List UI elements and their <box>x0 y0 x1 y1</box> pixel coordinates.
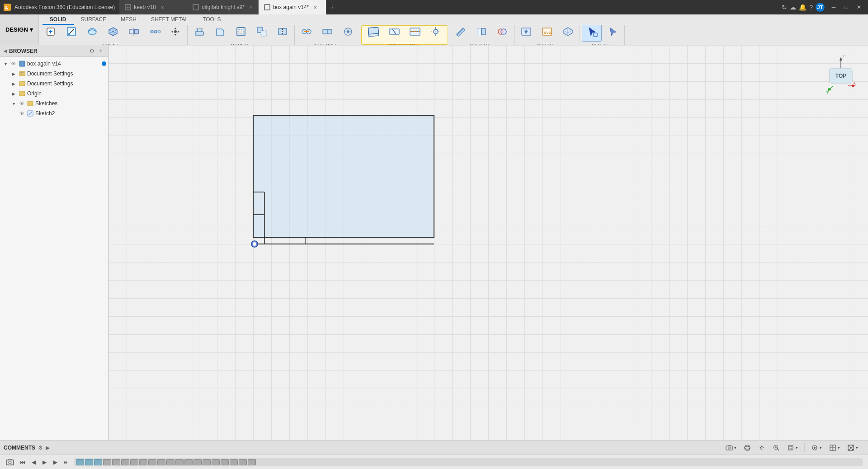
timeline-marker-3[interactable] <box>94 459 102 465</box>
timeline-marker-6[interactable] <box>121 459 129 465</box>
browser-expand-icon[interactable]: + <box>97 47 104 55</box>
tree-expand-doc-settings[interactable]: ▶ <box>10 70 17 77</box>
display-settings-button[interactable]: ▾ <box>808 442 825 453</box>
tab-difgifab[interactable]: difgifab knight v9* ✕ <box>187 0 259 14</box>
toolbar-tab-sheet-metal[interactable]: SHEET METAL <box>144 14 195 25</box>
timeline-marker-10[interactable] <box>157 459 165 465</box>
axis-through-button[interactable] <box>426 25 446 42</box>
tree-expand-origin[interactable]: ▶ <box>10 90 17 97</box>
timeline-next-button[interactable]: ▶ <box>51 458 60 467</box>
timeline-first-button[interactable]: ⏮ <box>18 458 27 467</box>
timeline-marker-16[interactable] <box>212 459 220 465</box>
orbit-button[interactable] <box>741 442 754 453</box>
timeline-track[interactable] <box>74 458 863 466</box>
pattern-button[interactable] <box>145 25 165 42</box>
move-button[interactable] <box>165 25 185 42</box>
user-avatar[interactable]: JT <box>816 3 825 12</box>
interference-button[interactable] <box>492 25 512 42</box>
display-dropdown[interactable]: ▾ <box>820 446 822 450</box>
toolbar-tab-tools[interactable]: TOOLS <box>195 14 228 25</box>
zoom-button[interactable] <box>770 442 783 453</box>
refresh-icon[interactable]: ↻ <box>782 4 787 11</box>
toolbar-tab-surface[interactable]: SURFACE <box>74 14 114 25</box>
tree-item-origin[interactable]: ▶ Origin <box>0 89 108 98</box>
design-workspace-button[interactable]: DESIGN ▾ <box>0 14 39 45</box>
grid-settings-button[interactable]: ▾ <box>826 442 843 453</box>
form-button[interactable] <box>82 25 102 42</box>
press-pull-button[interactable] <box>189 25 209 42</box>
timeline-last-button[interactable]: ⏭ <box>61 458 71 467</box>
offset-plane-button[interactable] <box>363 25 383 42</box>
comments-settings-icon[interactable]: ⚙ <box>38 445 43 451</box>
tree-expand-sketches[interactable]: ▾ <box>10 100 17 107</box>
modify-dropdown-arrow[interactable]: ▾ <box>249 44 251 45</box>
timeline-marker-17[interactable] <box>221 459 229 465</box>
assemble-dropdown-arrow[interactable]: ▾ <box>339 44 341 45</box>
tab-close-1[interactable]: ✕ <box>160 5 164 10</box>
timeline-marker-5[interactable] <box>112 459 120 465</box>
select-button[interactable] <box>582 25 602 42</box>
tree-item-root[interactable]: ▾ 👁 box again v14 <box>0 59 108 69</box>
timeline-marker-11[interactable] <box>166 459 175 465</box>
help-icon[interactable]: ? <box>809 4 813 11</box>
tree-eye-root[interactable]: 👁 <box>10 60 17 67</box>
shell-button[interactable] <box>231 25 251 42</box>
notification-bell-icon[interactable]: 🔔 <box>799 4 807 11</box>
new-component-button[interactable] <box>41 25 61 42</box>
camera-menu-button[interactable]: ▾ <box>723 442 739 453</box>
browser-collapse-arrow[interactable]: ◀ <box>4 48 7 53</box>
angle-plane-button[interactable] <box>384 25 404 42</box>
maximize-button[interactable]: □ <box>841 2 852 13</box>
camera-dropdown[interactable]: ▾ <box>734 446 736 450</box>
pan-button[interactable] <box>755 442 768 453</box>
tab-keeb[interactable]: keeb v18 ✕ <box>119 0 187 14</box>
timeline-marker-7[interactable] <box>130 459 138 465</box>
tree-eye-sketch2[interactable]: 👁 <box>18 110 25 117</box>
timeline-marker-4[interactable] <box>103 459 111 465</box>
timeline-marker-8[interactable] <box>139 459 147 465</box>
scale-button[interactable] <box>252 25 272 42</box>
select-through-button[interactable] <box>603 25 623 42</box>
toolbar-tab-solid[interactable]: SOLID <box>42 14 74 25</box>
tree-expand-root[interactable]: ▾ <box>2 60 9 67</box>
inspect-dropdown-arrow[interactable]: ▾ <box>491 44 493 45</box>
assemble-joint-button[interactable] <box>297 25 316 42</box>
timeline-marker-12[interactable] <box>175 459 184 465</box>
select-dropdown-arrow[interactable]: ▾ <box>610 44 613 45</box>
insert-canvas-button[interactable] <box>516 25 536 42</box>
split-button[interactable] <box>273 25 292 42</box>
tree-item-sketches[interactable]: ▾ 👁 Sketches <box>0 98 108 108</box>
measure-button[interactable] <box>451 25 471 42</box>
browser-settings-icon[interactable]: ⚙ <box>88 47 95 55</box>
tree-eye-sketches[interactable]: 👁 <box>18 100 25 107</box>
fit-to-window-button[interactable]: ▾ <box>784 442 801 453</box>
insert-dropdown-arrow[interactable]: ▾ <box>555 44 557 45</box>
solid-button[interactable] <box>103 25 123 42</box>
timeline-prev-button[interactable]: ◀ <box>29 458 38 467</box>
midplane-button[interactable] <box>405 25 425 42</box>
snap-settings-button[interactable]: ▾ <box>844 442 861 453</box>
fit-dropdown[interactable]: ▾ <box>796 446 798 450</box>
grid-dropdown[interactable]: ▾ <box>838 446 840 450</box>
fillet-button[interactable] <box>210 25 230 42</box>
tab-box-again[interactable]: box again v14* ✕ <box>259 0 326 14</box>
timeline-marker-1[interactable] <box>76 459 84 465</box>
toolbar-tab-mesh[interactable]: MESH <box>113 14 144 25</box>
timeline-marker-9[interactable] <box>148 459 156 465</box>
tree-item-named-views[interactable]: ▶ Document Settings <box>0 79 108 89</box>
timeline-marker-18[interactable] <box>230 459 238 465</box>
create-dropdown-arrow[interactable]: ▾ <box>121 44 123 45</box>
rigid-group-button[interactable] <box>317 25 337 42</box>
timeline-marker-20[interactable] <box>248 459 256 465</box>
close-button[interactable]: ✕ <box>854 2 864 13</box>
tree-item-sketch2[interactable]: 👁 Sketch2 <box>0 108 108 118</box>
drive-joint-button[interactable] <box>338 25 358 42</box>
view-cube[interactable]: Z X Y TOP <box>825 54 857 95</box>
tab-close-2[interactable]: ✕ <box>249 5 253 10</box>
timeline-camera-button[interactable] <box>4 456 16 469</box>
insert-mesh-button[interactable] <box>558 25 578 42</box>
tree-expand-named-views[interactable]: ▶ <box>10 80 17 87</box>
timeline-marker-19[interactable] <box>239 459 247 465</box>
tab-close-3[interactable]: ✕ <box>313 5 317 10</box>
tree-item-doc-settings[interactable]: ▶ Document Settings <box>0 69 108 79</box>
